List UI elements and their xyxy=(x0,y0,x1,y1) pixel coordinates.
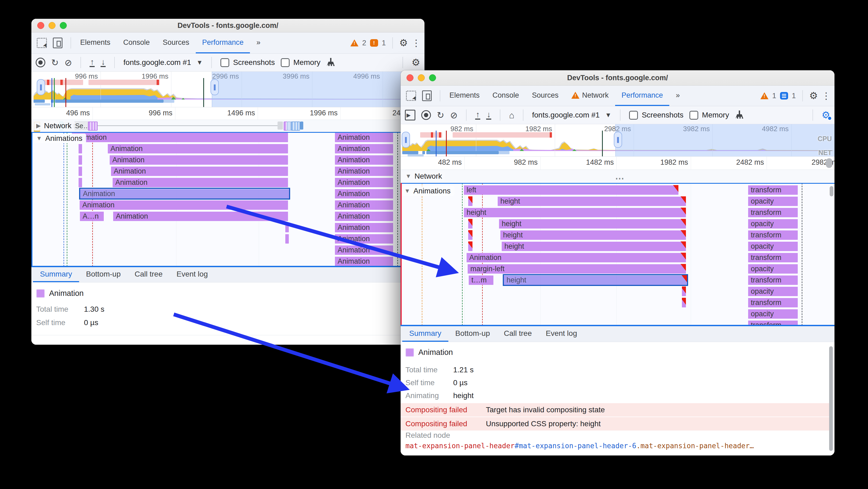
save-profile-icon[interactable]: ↓ xyxy=(100,58,106,67)
animations-flamechart[interactable]: ▼ Animations AnimationAnimationAnimation… xyxy=(31,132,425,267)
inspect-element-icon[interactable] xyxy=(37,38,47,48)
timeline-overview[interactable]: 996 ms1996 ms2996 ms3996 ms4996 ms∥∥ xyxy=(31,72,425,107)
animation-bar[interactable]: A…n xyxy=(80,211,104,221)
issues-icon[interactable]: ! xyxy=(370,39,378,47)
screenshots-checkbox[interactable]: Screenshots xyxy=(220,58,275,67)
home-icon[interactable]: ⌂ xyxy=(509,111,514,120)
animation-bar[interactable]: height xyxy=(498,196,686,206)
more-options-icon[interactable]: ⋮ xyxy=(412,37,421,48)
history-select[interactable]: fonts.google.com #1 ▼ xyxy=(532,111,611,119)
tab-performance[interactable]: Performance xyxy=(615,86,670,106)
tab-elements[interactable]: Elements xyxy=(74,32,117,53)
clear-recording-button[interactable]: ⊘ xyxy=(450,111,458,120)
animation-bar[interactable]: transform xyxy=(748,253,798,262)
network-track-label[interactable]: Network xyxy=(44,122,71,130)
collect-garbage-icon[interactable] xyxy=(326,58,336,67)
animations-track-chip[interactable]: ▼ Animations xyxy=(402,186,454,196)
warning-count[interactable]: 2 xyxy=(362,39,366,47)
checkbox-box[interactable] xyxy=(281,58,289,67)
node-id[interactable]: #mat-expansion-panel-header-6 xyxy=(515,442,636,450)
load-profile-icon[interactable]: ↑ xyxy=(475,111,480,120)
more-tabs-chevron[interactable]: » xyxy=(669,86,686,106)
animation-bar[interactable]: Animation xyxy=(110,155,288,165)
selection-handle[interactable]: ∥ xyxy=(37,79,45,95)
details-tab-summary[interactable]: Summary xyxy=(402,326,448,342)
animation-bar[interactable]: Animation xyxy=(335,256,393,266)
more-tabs-chevron[interactable]: » xyxy=(250,32,267,53)
collapse-arrow-icon[interactable]: ▼ xyxy=(405,173,411,180)
animation-bar[interactable]: Animation xyxy=(113,211,288,221)
issues-icon[interactable] xyxy=(780,92,788,99)
animation-bar[interactable] xyxy=(682,286,686,296)
details-tab-call-tree[interactable]: Call tree xyxy=(128,267,169,282)
animation-bar[interactable]: Animation xyxy=(467,253,686,262)
animation-bar[interactable]: Animation xyxy=(108,144,288,153)
animation-bar[interactable]: transform xyxy=(748,185,798,195)
checkbox-box[interactable] xyxy=(629,111,638,120)
capture-settings-gear-icon[interactable]: ⚙ xyxy=(822,110,830,120)
animation-bar[interactable]: Animation xyxy=(72,132,288,142)
node-class[interactable]: .mat-expansion-panel-header… xyxy=(636,442,754,450)
animation-bar[interactable]: height xyxy=(500,230,686,240)
history-select[interactable]: fonts.google.com #1 ▼ xyxy=(123,58,203,67)
settings-gear-icon[interactable]: ⚙ xyxy=(809,91,818,100)
animation-bar[interactable]: transform xyxy=(748,230,798,240)
checkbox-box[interactable] xyxy=(689,111,698,120)
summary-scrollbar[interactable] xyxy=(829,346,833,451)
network-request-bar[interactable] xyxy=(300,122,303,129)
animation-bar[interactable]: Animation xyxy=(335,234,393,244)
animation-bar[interactable] xyxy=(468,196,472,206)
collapse-arrow-icon[interactable]: ▼ xyxy=(36,135,42,142)
animation-bar[interactable] xyxy=(79,178,82,187)
save-profile-icon[interactable]: ↓ xyxy=(486,111,491,120)
animation-bar[interactable]: transform xyxy=(748,298,798,307)
animation-bar[interactable]: Animation xyxy=(335,144,393,153)
animation-bar[interactable]: height xyxy=(502,241,686,251)
tab-console[interactable]: Console xyxy=(117,32,156,53)
capture-settings-gear-icon[interactable]: ⚙ xyxy=(412,58,420,67)
node-tag[interactable]: mat-expansion-panel-header xyxy=(405,442,515,450)
animation-bar[interactable]: transform xyxy=(748,275,798,285)
selection-handle[interactable]: ∥ xyxy=(402,132,410,148)
issue-count[interactable]: 1 xyxy=(382,39,386,47)
network-request-bar[interactable] xyxy=(291,122,300,131)
animation-bar[interactable]: opacity xyxy=(748,219,798,228)
tab-console[interactable]: Console xyxy=(486,86,526,106)
animation-bar[interactable]: height xyxy=(464,208,686,217)
network-request-bar[interactable] xyxy=(88,122,98,131)
selection-handle[interactable]: ∥ xyxy=(211,79,219,95)
animation-bar[interactable]: Animation xyxy=(113,178,288,187)
animation-bar[interactable]: opacity xyxy=(748,264,798,274)
selected-animation-bar[interactable]: Animation xyxy=(79,188,290,200)
issue-count[interactable]: 1 xyxy=(792,92,796,100)
network-track[interactable]: ▶ Network tSe… xyxy=(31,120,425,132)
tab-sources[interactable]: Sources xyxy=(526,86,565,106)
collect-garbage-icon[interactable] xyxy=(735,111,744,120)
animation-bar[interactable]: Animation xyxy=(335,245,393,255)
details-tab-event-log[interactable]: Event log xyxy=(539,326,584,342)
animation-bar[interactable]: Animation xyxy=(335,223,393,232)
reload-and-record-button[interactable]: ↻ xyxy=(51,58,59,67)
tab-sources[interactable]: Sources xyxy=(156,32,196,53)
overview-dim-region[interactable] xyxy=(212,72,425,107)
network-track[interactable]: ▼ Network ⋯ xyxy=(401,170,835,183)
record-button[interactable] xyxy=(421,110,431,120)
animations-flamechart[interactable]: ▼ Animations lefttransformheightopacityh… xyxy=(401,183,835,326)
selection-handle[interactable]: ∥ xyxy=(614,132,622,148)
record-button[interactable] xyxy=(36,58,45,67)
animation-bar[interactable]: height xyxy=(499,219,686,228)
pane-resize-dots-icon[interactable]: ⋯ xyxy=(615,173,624,183)
timeline-overview[interactable]: 982 ms1982 ms2982 ms3982 ms4982 ms∥∥CPUN… xyxy=(401,124,835,157)
details-tab-call-tree[interactable]: Call tree xyxy=(497,326,539,342)
expand-arrow-icon[interactable]: ▶ xyxy=(36,122,41,129)
details-tab-bottom-up[interactable]: Bottom-up xyxy=(79,267,128,282)
screenshots-checkbox[interactable]: Screenshots xyxy=(629,111,683,120)
animation-bar[interactable] xyxy=(468,241,472,251)
related-node-link[interactable]: mat-expansion-panel-header#mat-expansion… xyxy=(405,442,754,450)
animation-bar[interactable]: opacity xyxy=(748,196,798,206)
animation-bar[interactable]: transform xyxy=(748,208,798,217)
reload-and-record-button[interactable]: ↻ xyxy=(437,111,444,120)
load-profile-icon[interactable]: ↑ xyxy=(90,58,95,67)
animation-bar[interactable]: opacity xyxy=(748,286,798,296)
tab-elements[interactable]: Elements xyxy=(443,86,486,106)
